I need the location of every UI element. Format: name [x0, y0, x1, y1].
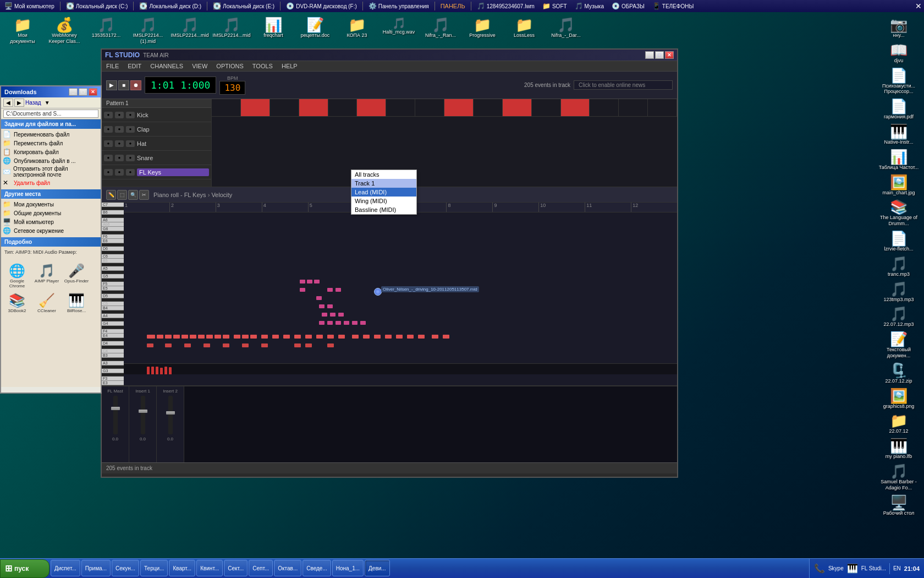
key-e3[interactable]: E3	[102, 381, 124, 385]
pr-zoom-tool[interactable]: 🔍	[128, 190, 138, 200]
track-hat-btn3[interactable]: ●	[126, 140, 135, 147]
icon-cclean[interactable]: 🧹 CCleaner	[33, 293, 61, 313]
option-bassline-midi[interactable]: Bassline (MIDI)	[351, 205, 416, 214]
key-d4[interactable]: D4	[102, 341, 124, 346]
top-bar-close[interactable]: ✕	[915, 2, 922, 10]
cell-k14[interactable]	[590, 99, 619, 117]
track-snare-btn1[interactable]: ●	[104, 155, 113, 161]
desktop-icon-chart[interactable]: 🖼️ main_chart.jpg	[877, 173, 921, 198]
taskbar-item-5[interactable]: Квинт...	[196, 560, 223, 576]
play-button[interactable]: ▶	[106, 80, 117, 90]
taskbar-item-1[interactable]: Прима...	[81, 560, 111, 576]
taskbar-item-8[interactable]: Октав...	[274, 560, 301, 576]
cell-k3[interactable]	[270, 99, 299, 117]
desktop-icon-piano[interactable]: 🎹 my piano.lfb	[877, 437, 921, 461]
icon-billrose[interactable]: 🎹 BilRose...	[63, 293, 90, 313]
desktop-icon-desktop[interactable]: 🖥️ Рабочий стол	[877, 494, 921, 518]
desktop-icon-lzrvie[interactable]: 📄 lzrvie-fletch...	[877, 230, 921, 254]
track-kick-btn2[interactable]: ●	[115, 112, 124, 118]
file-manager-maximize[interactable]: □	[79, 88, 87, 96]
stop-button[interactable]: ■	[118, 80, 129, 90]
top-bar-soft[interactable]: 📁 SOFT	[540, 2, 569, 10]
back-label[interactable]: Назад	[25, 100, 41, 106]
icon-3dbook[interactable]: 📚 3DBook2	[3, 293, 31, 313]
cell-k5[interactable]	[328, 99, 358, 117]
menu-edit[interactable]: EDIT	[125, 62, 144, 70]
top-bar-music[interactable]: 🎵 Музыка	[573, 2, 606, 10]
fader-main-handle[interactable]	[111, 407, 120, 410]
task-rename[interactable]: 📄 Переименовать файл	[1, 130, 101, 139]
desktop-icon-graphics[interactable]: 🖼️ graphics8.png	[877, 387, 921, 411]
top-bar-drive-d[interactable]: 💽 Локальный диск (D:)	[137, 2, 204, 10]
desktop-icon-tranc[interactable]: 🎵 tranc.mp3	[877, 255, 921, 279]
cell-k13[interactable]	[561, 99, 590, 117]
cell-k12[interactable]	[532, 99, 561, 117]
option-lead-midi[interactable]: Lead (MIDI)	[351, 188, 416, 197]
cell-k2[interactable]	[241, 99, 270, 117]
key-b6[interactable]: B6	[102, 210, 124, 215]
key-f4[interactable]: F4	[102, 329, 124, 334]
file-manager-minimize[interactable]: _	[69, 88, 78, 96]
pr-select-tool[interactable]: ⬚	[117, 190, 127, 200]
cell-k16[interactable]	[648, 99, 677, 117]
key-c6[interactable]: C6	[102, 254, 124, 259]
bpm-display[interactable]: 130	[219, 81, 245, 95]
other-shared-docs[interactable]: 📁 Общие документы	[1, 209, 101, 217]
key-b5[interactable]: B5	[102, 259, 124, 263]
track-flkeys-btn3[interactable]: ●	[126, 169, 135, 176]
key-d5[interactable]: D5	[102, 294, 124, 298]
key-c4[interactable]: C4	[102, 349, 124, 353]
desktop-icon-123[interactable]: 🎵 123tmp3.mp3	[877, 280, 921, 304]
key-c7[interactable]: C7	[102, 203, 124, 207]
track-hat-btn1[interactable]: ●	[104, 140, 113, 147]
track-kick-btn3[interactable]: ●	[126, 112, 135, 118]
desktop-icon-harmony[interactable]: 📄 гармония.pdf	[877, 97, 921, 122]
key-g3[interactable]: G3	[102, 369, 124, 373]
cell-k8[interactable]	[415, 99, 444, 117]
key-b4[interactable]: B4	[102, 306, 124, 310]
top-bar-lwm[interactable]: 🎵 128495234607.lwm	[475, 2, 537, 10]
fl-maximize[interactable]: □	[655, 51, 664, 59]
key-a4[interactable]: A4	[102, 314, 124, 318]
key-f6[interactable]: F6	[102, 235, 124, 239]
top-bar-drive-e[interactable]: 💽 Локальный диск (E:)	[211, 2, 277, 10]
key-g5[interactable]: G5	[102, 274, 124, 279]
key-e4[interactable]: E4	[102, 334, 124, 338]
option-track1[interactable]: Track 1	[351, 179, 416, 188]
cell-k7[interactable]	[386, 99, 415, 117]
top-bar-dvd[interactable]: 💿 DVD-RAM дисковод (F:)	[284, 2, 359, 10]
menu-channels[interactable]: CHANNELS	[148, 62, 185, 70]
cell-k15[interactable]	[619, 99, 648, 117]
online-news-bar[interactable]: Click to enable online news	[574, 80, 673, 90]
address-field[interactable]: C:\Documents and S...	[3, 110, 98, 118]
track-kick-btn1[interactable]: ●	[104, 112, 113, 118]
track-clap-btn2[interactable]: ●	[115, 126, 124, 133]
fader-1[interactable]	[141, 396, 145, 434]
taskbar-item-3[interactable]: Терци...	[140, 560, 168, 576]
option-wing-midi[interactable]: Wing (MIDI)	[351, 197, 416, 205]
desktop-icon-native[interactable]: 🎹 Native-Instr...	[877, 123, 921, 147]
track-snare-btn3[interactable]: ●	[126, 155, 135, 161]
desktop-icon-drumming[interactable]: 📚 The Language of Drumm...	[877, 198, 921, 228]
desktop-icon-photo[interactable]: 📷 нну...	[877, 16, 921, 40]
other-network[interactable]: 🌐 Сетевое окружение	[1, 226, 101, 235]
task-delete[interactable]: ✕ Удалить файл	[1, 178, 101, 187]
top-bar-drive-c[interactable]: 💽 Локальный диск (C:)	[64, 2, 130, 10]
icon-chrome[interactable]: 🌐 Google Chrome	[3, 263, 31, 288]
key-f5[interactable]: F5	[102, 282, 124, 286]
menu-options[interactable]: OPTIONS	[214, 62, 246, 70]
desktop-icon-22folder[interactable]: 📁 22.07.12	[877, 412, 921, 436]
fl-tray-label[interactable]: FL Studi...	[861, 565, 886, 571]
desktop-icon-textdoc[interactable]: 📝 Текстовый докумен...	[877, 330, 921, 361]
pr-draw-tool[interactable]: ✏️	[106, 190, 116, 200]
top-bar-my-computer[interactable]: 🖥️ Мой компьютер	[2, 2, 57, 10]
cell-k6[interactable]	[357, 99, 386, 117]
skype-label[interactable]: Skype	[828, 565, 844, 571]
cell-k9[interactable]	[444, 99, 474, 117]
taskbar-item-9[interactable]: Сведе...	[302, 560, 331, 576]
key-a3[interactable]: A3	[102, 361, 124, 366]
task-publish[interactable]: 🌐 Опубликовать файл в ...	[1, 156, 101, 165]
task-move[interactable]: 📁 Переместить файл	[1, 139, 101, 148]
fl-tray-icon[interactable]: 🎹	[847, 563, 858, 574]
desktop-icon-table[interactable]: 📊 Таблица Частот...	[877, 148, 921, 172]
